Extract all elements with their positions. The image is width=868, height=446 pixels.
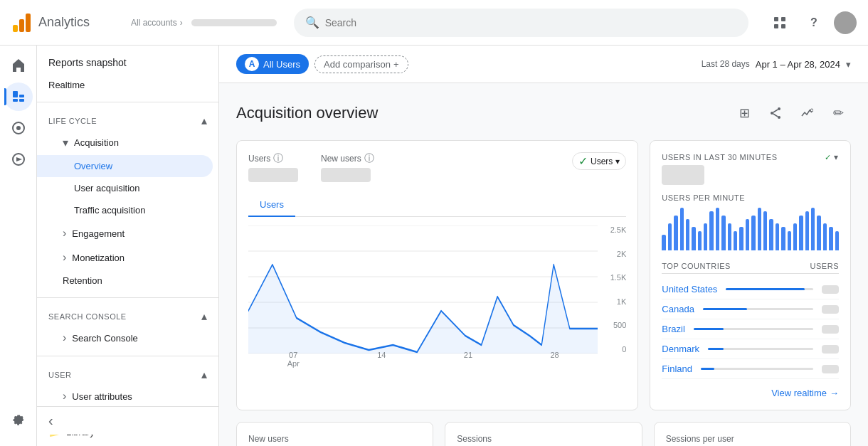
sidebar-item-user-acquisition[interactable]: User acquisition bbox=[37, 177, 213, 199]
svg-point-12 bbox=[16, 126, 21, 130]
rail-settings-icon[interactable] bbox=[4, 406, 33, 435]
new-users-value-loading bbox=[321, 168, 371, 182]
users-metric-chip[interactable]: ✓ Users ▾ bbox=[572, 152, 626, 170]
y-label-2: 1.5K bbox=[600, 273, 626, 282]
apps-grid-button[interactable] bbox=[766, 9, 794, 37]
bar-mini bbox=[716, 208, 719, 250]
rail-home-icon[interactable] bbox=[4, 51, 33, 80]
reports-snapshot-label: Reports snapshot bbox=[48, 57, 127, 68]
y-label-0: 2.5K bbox=[600, 225, 626, 234]
topbar: Analytics All accounts › 🔍 ? bbox=[0, 0, 868, 46]
new-users-metric-label: New users ⓘ bbox=[321, 152, 374, 165]
main-content: A All Users Add comparison + Last 28 day… bbox=[219, 46, 868, 446]
country-bar-wrap bbox=[703, 308, 813, 310]
sidebar-item-user-attributes[interactable]: › User attributes bbox=[37, 384, 213, 408]
sidebar-item-acquisition[interactable]: ▾ Acquisition bbox=[37, 130, 213, 155]
date-range-dropdown-icon: ▾ bbox=[846, 59, 851, 70]
all-users-chip[interactable]: A All Users bbox=[236, 54, 309, 74]
svg-rect-5 bbox=[774, 24, 778, 28]
edit-button[interactable]: ✏ bbox=[825, 100, 851, 126]
country-name[interactable]: Denmark bbox=[662, 344, 699, 354]
svg-rect-8 bbox=[19, 95, 24, 97]
sidebar-item-monetization[interactable]: › Monetization bbox=[37, 245, 213, 270]
country-row: Canada bbox=[662, 299, 839, 319]
user-acquisition-label: User acquisition bbox=[74, 183, 140, 193]
bar-mini bbox=[799, 216, 803, 250]
search-console-collapse-icon: ▴ bbox=[201, 309, 208, 323]
bar-mini bbox=[751, 216, 755, 250]
realtime-subheader: USERS PER MINUTE bbox=[662, 193, 839, 202]
sidebar-divider-3 bbox=[37, 356, 218, 356]
overview-label: Overview bbox=[74, 161, 112, 171]
countries-list: United States Canada Brazil Denmark Finl… bbox=[662, 280, 839, 379]
user-avatar[interactable] bbox=[834, 11, 857, 34]
bottom-card-label: New users bbox=[248, 434, 421, 444]
bar-mini bbox=[793, 223, 797, 250]
view-realtime-link[interactable]: View realtime → bbox=[662, 388, 839, 398]
sidebar-item-realtime[interactable]: Realtime bbox=[37, 74, 213, 96]
sidebar: Reports snapshot Realtime Life cycle ▴ ▾… bbox=[37, 46, 219, 446]
country-value-loading bbox=[822, 365, 839, 373]
chart-card-controls: ✓ Users ▾ bbox=[572, 152, 626, 170]
bar-mini bbox=[704, 223, 707, 250]
bar-mini bbox=[728, 223, 731, 250]
country-name[interactable]: United States bbox=[662, 284, 717, 294]
retention-label: Retention bbox=[63, 275, 102, 286]
bar-mini bbox=[734, 231, 737, 250]
sidebar-divider-1 bbox=[37, 102, 218, 102]
top-countries-header: TOP COUNTRIES bbox=[662, 262, 731, 270]
users-header: USERS bbox=[810, 262, 839, 270]
rail-explore-icon[interactable] bbox=[4, 114, 33, 142]
line-chart-area: 2.5K 2K 1.5K 1K 500 0 bbox=[248, 225, 626, 368]
account-name-loading bbox=[191, 19, 277, 26]
bar-mini bbox=[823, 223, 827, 250]
tab-users[interactable]: Users bbox=[248, 193, 295, 217]
rail-reports-icon[interactable] bbox=[4, 83, 33, 111]
add-comparison-button[interactable]: Add comparison + bbox=[314, 55, 408, 73]
user-filter-row: A All Users Add comparison + bbox=[236, 54, 408, 74]
analytics-logo-icon bbox=[11, 12, 33, 33]
svg-rect-6 bbox=[781, 24, 785, 28]
search-console-section-header: Search Console ▴ bbox=[37, 304, 218, 326]
sidebar-item-traffic-acquisition[interactable]: Traffic acquisition bbox=[37, 199, 213, 221]
insights-button[interactable] bbox=[794, 100, 820, 126]
country-bar bbox=[703, 308, 747, 310]
search-input[interactable] bbox=[325, 17, 737, 28]
sidebar-reports-snapshot[interactable]: Reports snapshot bbox=[37, 46, 218, 74]
account-selector[interactable]: All accounts › bbox=[131, 18, 277, 28]
help-button[interactable]: ? bbox=[800, 9, 828, 37]
country-value-loading bbox=[822, 305, 839, 314]
bar-mini bbox=[763, 211, 767, 250]
realtime-dropdown-icon: ▾ bbox=[834, 152, 839, 162]
country-bar-wrap bbox=[708, 348, 813, 350]
topbar-right-actions: ? bbox=[766, 9, 857, 37]
sidebar-item-engagement[interactable]: › Engagement bbox=[37, 221, 213, 245]
svg-rect-9 bbox=[13, 99, 18, 102]
sidebar-collapse-button[interactable]: ‹ bbox=[37, 406, 218, 435]
sidebar-item-search-console[interactable]: › Search Console bbox=[37, 326, 213, 350]
realtime-header-label: USERS IN LAST 30 MINUTES bbox=[662, 153, 777, 161]
user-section-label: User bbox=[48, 371, 72, 379]
country-value-loading bbox=[822, 325, 839, 334]
bar-mini bbox=[835, 231, 839, 250]
share-button[interactable] bbox=[763, 100, 788, 126]
sidebar-item-overview[interactable]: Overview bbox=[37, 155, 213, 177]
country-name[interactable]: Finland bbox=[662, 363, 692, 374]
sidebar-item-retention[interactable]: Retention bbox=[37, 270, 213, 292]
svg-rect-2 bbox=[26, 14, 31, 32]
rail-advertising-icon[interactable] bbox=[4, 145, 33, 174]
date-range-selector[interactable]: Last 28 days Apr 1 – Apr 28, 2024 ▾ bbox=[702, 59, 851, 70]
svg-point-19 bbox=[810, 109, 813, 112]
main-chart-card: Users ⓘ New users ⓘ bbox=[236, 140, 638, 410]
search-bar[interactable]: 🔍 bbox=[294, 9, 748, 37]
page-title: Acquisition overview bbox=[236, 104, 378, 122]
new-users-info-icon: ⓘ bbox=[364, 152, 374, 165]
svg-rect-4 bbox=[781, 17, 785, 21]
customize-report-button[interactable]: ⊞ bbox=[731, 100, 757, 126]
x-label-21: 21 bbox=[464, 351, 472, 368]
country-name[interactable]: Canada bbox=[662, 304, 694, 314]
new-users-label-text: New users bbox=[321, 154, 361, 164]
country-bar bbox=[694, 328, 724, 330]
country-bar-wrap bbox=[726, 288, 813, 290]
country-name[interactable]: Brazil bbox=[662, 324, 685, 334]
